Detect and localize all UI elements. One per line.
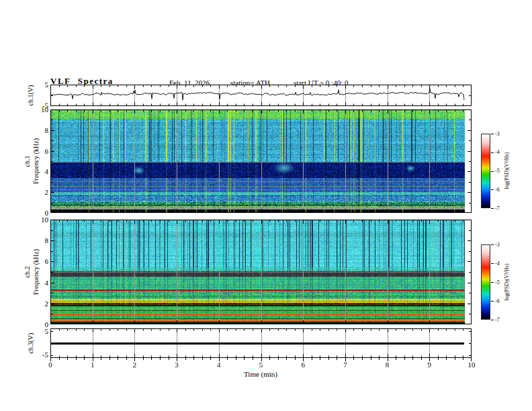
- ytick-label: 6: [34, 147, 48, 155]
- vlf-spectra-plot: VLF Spectra Feb. 11, 2026 station= ATH s…: [0, 0, 532, 411]
- xtick-label: 2: [133, 361, 137, 369]
- spec2-heatmap-panel: [50, 220, 472, 324]
- time-axis-label: Time (min): [244, 370, 277, 378]
- ytick-label: 5: [34, 81, 48, 89]
- colorbar-tick-mark: [491, 189, 494, 190]
- ytick-label: 2: [34, 188, 48, 196]
- ch1-waveform-panel: [50, 85, 472, 106]
- xtick-label: 0: [48, 361, 52, 369]
- ytick-label: -5: [34, 351, 48, 359]
- xtick-label: 6: [301, 361, 305, 369]
- xtick-label: 10: [468, 361, 476, 369]
- xtick-label: 4: [217, 361, 221, 369]
- xtick-label: 9: [428, 361, 432, 369]
- colorbar-tick-label: -5: [495, 279, 500, 285]
- xtick-label: 7: [343, 361, 347, 369]
- colorbar-tick-label: -3: [495, 131, 500, 137]
- colorbar-tick-mark: [491, 263, 494, 264]
- spec1-heatmap-panel: [50, 109, 472, 213]
- colorbar-tick-mark: [491, 282, 494, 283]
- spec2-ylabel: ch.2 Frequency (kHz): [24, 249, 40, 295]
- colorbar-tick-label: -6: [495, 187, 500, 193]
- colorbar-tick-mark: [491, 152, 494, 153]
- colorbar-tick-label: -4: [495, 261, 500, 267]
- xtick-label: 3: [175, 361, 179, 369]
- ytick-label: 5: [34, 327, 48, 335]
- colorbar-tick-label: -5: [495, 168, 500, 174]
- ytick-label: 6: [34, 257, 48, 265]
- colorbar-tick-mark: [491, 134, 494, 134]
- xtick-label: 8: [386, 361, 390, 369]
- colorbar-tick-label: -7: [495, 317, 500, 323]
- colorbar-2: [481, 244, 490, 320]
- xtick-label: 5: [259, 361, 263, 369]
- colorbar-1: [481, 134, 490, 208]
- ytick-label: 8: [34, 126, 48, 134]
- colorbar-2-label: log(PSD)(V²/Hz): [504, 263, 510, 300]
- colorbar-tick-label: -7: [495, 205, 500, 212]
- ytick-label: 2: [34, 300, 48, 308]
- ytick-label: -5: [34, 101, 48, 109]
- ch3-waveform-panel: [50, 328, 472, 358]
- xtick-label: 1: [91, 361, 95, 369]
- spec1-ylabel: ch.1 Frequency (kHz): [24, 138, 40, 184]
- colorbar-tick-mark: [491, 208, 494, 209]
- colorbar-tick-mark: [491, 320, 494, 320]
- colorbar-tick-label: -6: [495, 298, 500, 304]
- colorbar-tick-label: -4: [495, 149, 500, 155]
- ytick-label: 4: [34, 279, 48, 287]
- ytick-label: 8: [34, 236, 48, 244]
- colorbar-tick-mark: [491, 244, 494, 245]
- colorbar-1-label: log(PSD)(V²/Hz): [504, 152, 510, 189]
- ytick-label: 4: [34, 167, 48, 175]
- colorbar-tick-mark: [491, 171, 494, 172]
- ytick-label: 10: [34, 216, 48, 224]
- colorbar-tick-mark: [491, 301, 494, 302]
- colorbar-tick-label: -3: [495, 242, 500, 248]
